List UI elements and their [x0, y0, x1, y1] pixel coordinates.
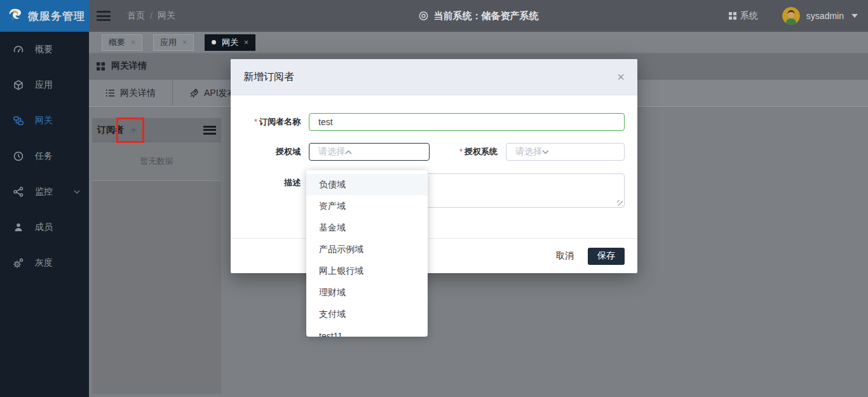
required-mark: * — [459, 147, 463, 156]
sidebar-item-label: 应用 — [35, 79, 53, 91]
cube-icon — [13, 79, 24, 91]
breadcrumb-separator: / — [150, 11, 153, 21]
current-system-text: 当前系统：储备资产系统 — [434, 10, 539, 22]
tab-close-icon[interactable]: × — [182, 38, 187, 47]
user-icon — [13, 222, 24, 233]
gateway-icon — [13, 115, 24, 126]
subscriber-name-input[interactable] — [309, 113, 625, 131]
rocket-icon — [189, 88, 199, 98]
tab-label: 应用 — [160, 37, 177, 48]
list-icon — [105, 89, 115, 97]
sidebar-item-label: 任务 — [35, 151, 53, 162]
app-title: 微服务管理 — [28, 9, 85, 24]
menu-toggle-icon[interactable] — [97, 11, 111, 21]
select-placeholder: 请选择 — [318, 146, 345, 158]
add-subscriber-modal: 新增订阅者 × *订阅者名称 授权域 请选择 *授权系统 请选择 — [231, 59, 637, 273]
modal-footer: 取消 保存 — [231, 238, 637, 273]
dropdown-option[interactable]: 产品示例域 — [306, 239, 428, 260]
dropdown-option[interactable]: 支付域 — [306, 304, 428, 325]
chevron-up-icon — [345, 150, 352, 154]
chevron-down-icon — [74, 190, 80, 194]
select-placeholder: 请选择 — [515, 146, 542, 158]
eye-icon — [419, 11, 429, 21]
cancel-button[interactable]: 取消 — [556, 250, 574, 262]
dropdown-option[interactable]: 网上银行域 — [306, 260, 428, 282]
breadcrumb-home[interactable]: 首页 — [127, 10, 145, 22]
auth-domain-dropdown: 负债域 资产域 基金域 产品示例域 网上银行域 理财域 支付域 test11 — [306, 170, 428, 337]
close-icon[interactable]: × — [617, 71, 625, 83]
dropdown-option[interactable]: 理财域 — [306, 282, 428, 304]
tab-gateway-detail[interactable]: 网关详情 — [89, 80, 172, 106]
sidebar: 微服务管理 概要 应用 网关 — [0, 0, 89, 397]
dropdown-option[interactable]: 负债域 — [306, 174, 428, 196]
tab-label: 概要 — [109, 37, 125, 48]
auth-system-select[interactable]: 请选择 — [506, 143, 625, 161]
subscriber-panel: 订阅者 + 暂无数据 — [92, 118, 221, 394]
panel-menu-icon[interactable] — [203, 126, 216, 135]
subscriber-panel-title: 订阅者 — [97, 124, 124, 136]
grid-icon — [97, 62, 105, 71]
sidebar-item-label: 灰度 — [35, 257, 53, 269]
sidebar-item-apps[interactable]: 应用 — [0, 67, 89, 103]
tab-close-icon[interactable]: × — [131, 38, 135, 47]
subscriber-panel-header: 订阅者 + — [92, 118, 221, 142]
gauge-icon — [13, 44, 24, 55]
sidebar-item-label: 概要 — [35, 44, 53, 55]
sidebar-item-tasks[interactable]: 任务 — [0, 138, 89, 174]
empty-state-text: 暂无数据 — [92, 142, 221, 181]
system-switch[interactable]: 系统 — [729, 10, 758, 22]
app-root: 微服务管理 概要 应用 网关 — [0, 0, 868, 397]
avatar[interactable] — [782, 7, 800, 25]
modal-header: 新增订阅者 × — [231, 59, 637, 95]
sidebar-item-gray-release[interactable]: 灰度 — [0, 245, 89, 281]
app-logo: 微服务管理 — [0, 0, 89, 32]
add-subscriber-button[interactable]: + — [130, 124, 137, 137]
tab-label: 网关 — [222, 37, 238, 48]
name-field-label: *订阅者名称 — [243, 116, 301, 128]
sidebar-item-label: 监控 — [35, 186, 53, 198]
grid-icon — [729, 12, 736, 20]
breadcrumb: 首页 / 网关 — [127, 10, 175, 22]
tab-overview[interactable]: 概要 × — [102, 34, 142, 51]
username[interactable]: sysadmin — [806, 11, 844, 21]
swirl-logo-icon — [6, 8, 23, 24]
topbar-right: 系统 sysadmin — [729, 7, 868, 25]
sidebar-item-label: 网关 — [35, 115, 53, 126]
dropdown-option[interactable]: 基金域 — [306, 217, 428, 239]
tab-gateway[interactable]: 网关 × — [205, 34, 255, 51]
breadcrumb-current: 网关 — [158, 10, 175, 22]
domain-field-label: 授权域 — [243, 146, 301, 158]
open-tabs-bar: 概要 × 应用 × 网关 × — [89, 32, 868, 53]
active-dot-icon — [212, 40, 216, 44]
sidebar-item-members[interactable]: 成员 — [0, 210, 89, 245]
form-row-desc: 描述 — [243, 173, 625, 208]
sidebar-item-gateway[interactable]: 网关 — [0, 103, 89, 138]
modal-title: 新增订阅者 — [243, 71, 294, 84]
tab-apps[interactable]: 应用 × — [153, 34, 194, 51]
share-nodes-icon — [13, 186, 24, 198]
form-row-auth: 授权域 请选择 *授权系统 请选择 — [243, 143, 625, 161]
tab-label: 网关详情 — [120, 88, 156, 99]
page-title: 网关详情 — [111, 60, 147, 72]
clock-icon — [13, 151, 24, 162]
dropdown-option[interactable]: 资产域 — [306, 196, 428, 217]
sidebar-item-overview[interactable]: 概要 — [0, 32, 89, 67]
desc-field-label: 描述 — [243, 177, 301, 189]
chevron-down-icon — [542, 150, 549, 154]
save-button[interactable]: 保存 — [588, 248, 625, 265]
current-system-indicator: 当前系统：储备资产系统 — [419, 0, 539, 32]
auth-domain-select[interactable]: 请选择 — [309, 143, 430, 161]
sidebar-item-monitor[interactable]: 监控 — [0, 174, 89, 210]
tab-close-icon[interactable]: × — [244, 38, 248, 47]
sidebar-item-label: 成员 — [35, 222, 53, 233]
dropdown-option[interactable]: test11 — [306, 325, 428, 337]
gears-icon — [13, 257, 24, 269]
top-header: 首页 / 网关 当前系统：储备资产系统 系统 — [89, 0, 868, 32]
form-row-name: *订阅者名称 — [243, 113, 625, 131]
caret-down-icon[interactable] — [851, 14, 858, 18]
system-field-label: *授权系统 — [437, 146, 498, 158]
required-mark: * — [254, 117, 257, 126]
system-switch-label: 系统 — [740, 10, 758, 22]
